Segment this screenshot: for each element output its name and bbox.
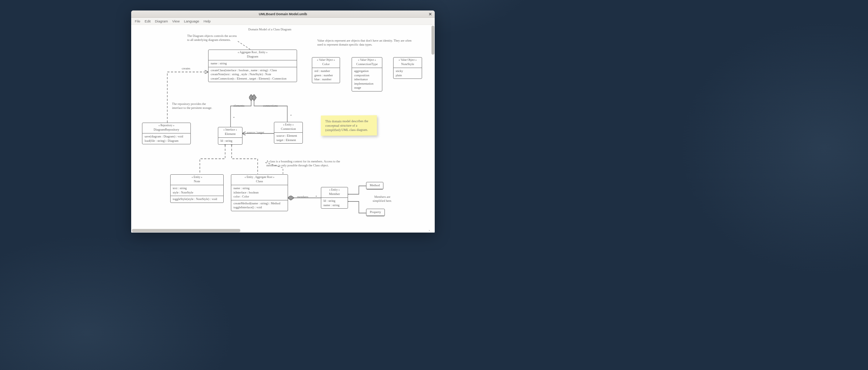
class-color[interactable]: « Value Object »Color red : number green… [312, 57, 340, 83]
sticky-note[interactable]: This domain model describes the conceptu… [321, 115, 377, 136]
class-note[interactable]: « Entity »Note text : string style : Not… [170, 174, 224, 203]
vertical-scrollbar[interactable] [431, 25, 435, 227]
app-window: UMLBoard Domain Model.umlb ✕ File Edit D… [131, 10, 435, 233]
label-source-target: source / target [247, 131, 264, 135]
note-value-objects: Value objects represent are objects that… [317, 39, 415, 47]
diagram-canvas[interactable]: Domain Model of a Class Diagram The Diag… [131, 25, 435, 233]
class-member[interactable]: « Entity »Member Id : string name : stri… [321, 187, 348, 209]
vscroll-thumb[interactable] [431, 26, 434, 55]
class-method[interactable]: Method [366, 182, 383, 190]
class-repository[interactable]: « Repository »DiagramRepository save(dia… [142, 123, 191, 144]
label-members: members [297, 195, 308, 199]
note-class-bounding: A class is a bounding context for its me… [266, 160, 340, 167]
titlebar[interactable]: UMLBoard Domain Model.umlb ✕ [131, 10, 435, 18]
class-class[interactable]: « Entity , Aggregate Root »Class name : … [231, 174, 288, 211]
hscroll-thumb[interactable] [132, 229, 240, 232]
hscroll-right-icon[interactable]: › [427, 229, 431, 233]
menu-diagram[interactable]: Diagram [153, 19, 170, 23]
close-icon[interactable]: ✕ [427, 12, 433, 17]
class-notestyle[interactable]: « Value Object »NoteStyle sticky plain [393, 57, 422, 79]
label-connections: connections [263, 104, 278, 108]
label-elements: elements [233, 104, 244, 108]
label-star-elements: * [233, 116, 235, 120]
menu-view[interactable]: View [170, 19, 182, 23]
class-property[interactable]: Property [366, 209, 385, 216]
label-star-connections: * [290, 114, 292, 118]
horizontal-scrollbar[interactable]: ‹ › [131, 228, 431, 233]
class-connection[interactable]: « Entity »Connection source : Element ta… [274, 122, 303, 144]
menu-file[interactable]: File [133, 19, 142, 23]
menu-edit[interactable]: Edit [142, 19, 152, 23]
note-repository: The repository provides the interface to… [172, 102, 215, 110]
class-diagram[interactable]: « Aggregate Root , Entity »Diagram name … [208, 50, 297, 82]
note-diagram-controls: The Diagram objects controls the access … [187, 34, 240, 42]
class-element[interactable]: « Interface »Element Id : string [218, 127, 242, 145]
menubar: File Edit Diagram View Language Help [131, 18, 435, 25]
window-title: UMLBoard Domain Model.umlb [259, 12, 307, 16]
label-star-members: * [315, 195, 317, 199]
label-creates: creates [182, 67, 190, 71]
diagram-title: Domain Model of a Class Diagram [248, 27, 291, 31]
class-connectiontype[interactable]: « Value Object »ConnectionType aggregati… [352, 57, 382, 92]
menu-language[interactable]: Language [182, 19, 201, 23]
menu-help[interactable]: Help [201, 19, 213, 23]
note-members-simplified: Members are simplified here. [370, 195, 395, 203]
